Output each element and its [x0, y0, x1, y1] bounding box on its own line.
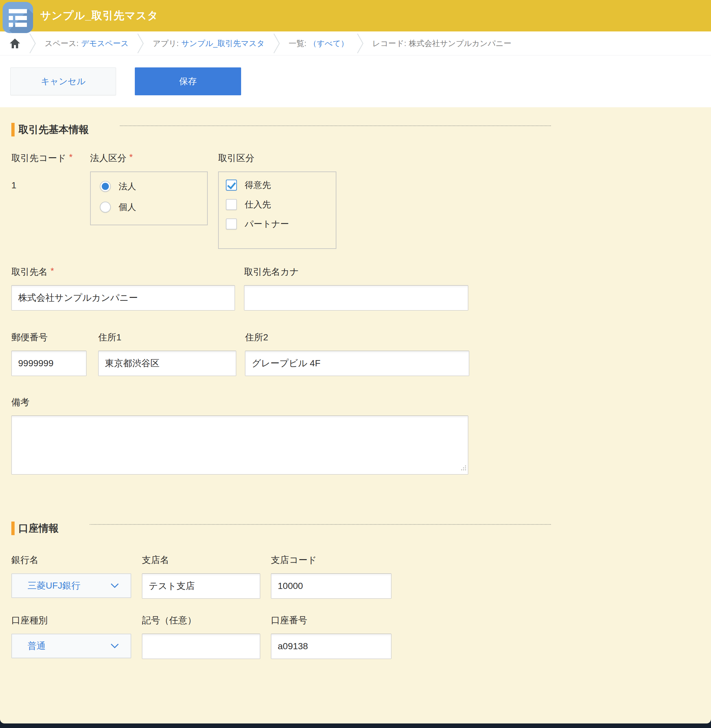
- field-trade-type: 取引区分 得意先 仕入先 パートナー: [218, 153, 336, 249]
- resize-grip-icon[interactable]: [461, 465, 467, 472]
- client-name-kana-label: 取引先名カナ: [244, 266, 468, 278]
- section-basic-title: 取引先基本情報: [18, 123, 89, 136]
- field-branch: 支店名: [142, 555, 260, 599]
- breadcrumb-view-prefix: 一覧:: [289, 38, 307, 49]
- breadcrumb-view: 一覧: （すべて）: [289, 38, 348, 49]
- chevron-down-icon: [111, 583, 119, 588]
- content-wrap: 取引先基本情報 取引先コード* 1 法人区分* 法人: [0, 107, 711, 724]
- branch-input[interactable]: [142, 573, 260, 599]
- field-client-code: 取引先コード* 1: [11, 153, 90, 191]
- field-account-number: 口座番号: [271, 615, 391, 659]
- bank-dropdown[interactable]: 三菱UFJ銀行: [11, 573, 131, 598]
- chevron-separator-icon: [273, 33, 280, 54]
- radio-unselected-icon: [100, 202, 111, 213]
- checkbox-unchecked-icon: [226, 199, 237, 210]
- symbol-input[interactable]: [142, 633, 260, 659]
- record-form: 取引先基本情報 取引先コード* 1 法人区分* 法人: [0, 107, 711, 724]
- radio-option-kojin[interactable]: 個人: [100, 201, 207, 213]
- field-row-4: 銀行名 三菱UFJ銀行 支店名 支店コード: [11, 555, 700, 599]
- checkbox-option-label: 得意先: [245, 179, 271, 191]
- field-row-2: 取引先名* 取引先名カナ: [11, 266, 700, 310]
- branch-code-input[interactable]: [271, 573, 391, 599]
- page: サンプル_取引先マスタ スペース: デモスペース アプリ: サンプル_取引先マス…: [0, 0, 711, 728]
- checkbox-option-shiiresaki[interactable]: 仕入先: [226, 199, 336, 210]
- field-row-3: 郵便番号 住所1 住所2: [11, 332, 700, 376]
- section-account-title: 口座情報: [18, 521, 59, 535]
- address1-input[interactable]: [98, 351, 236, 376]
- checkbox-option-label: パートナー: [245, 218, 289, 230]
- field-zip: 郵便番号: [11, 332, 87, 376]
- breadcrumb-record-label: 株式会社サンプルカンパニー: [409, 38, 512, 49]
- corp-type-label: 法人区分*: [90, 153, 218, 164]
- section-accent-bar: [11, 521, 15, 535]
- breadcrumb-record: レコード: 株式会社サンプルカンパニー: [372, 38, 511, 49]
- bank-label: 銀行名: [11, 555, 131, 566]
- radio-option-label: 個人: [119, 201, 136, 213]
- field-row-5: 口座種別 普通 記号（任意） 口座番号: [11, 615, 700, 659]
- checkbox-option-partner[interactable]: パートナー: [226, 218, 336, 230]
- breadcrumb-space: スペース: デモスペース: [45, 38, 129, 49]
- checkbox-checked-icon: [226, 180, 237, 190]
- app-menu-icon[interactable]: [3, 2, 33, 33]
- field-row-1: 取引先コード* 1 法人区分* 法人 個人: [11, 153, 700, 249]
- zip-label: 郵便番号: [11, 332, 87, 343]
- field-account-type: 口座種別 普通: [11, 615, 131, 658]
- field-symbol: 記号（任意）: [142, 615, 260, 659]
- required-asterisk: *: [129, 152, 133, 162]
- section-dotted-divider: [120, 126, 551, 126]
- home-icon[interactable]: [9, 38, 21, 49]
- address2-input[interactable]: [245, 351, 469, 376]
- zip-input[interactable]: [11, 351, 87, 376]
- list-glyph-icon: [3, 2, 33, 33]
- account-type-label: 口座種別: [11, 615, 131, 626]
- breadcrumb-space-prefix: スペース:: [45, 38, 78, 49]
- breadcrumb-record-prefix: レコード:: [372, 38, 406, 49]
- trade-type-label: 取引区分: [218, 153, 336, 164]
- account-number-label: 口座番号: [271, 615, 391, 626]
- section-dotted-divider: [90, 524, 551, 525]
- note-textarea[interactable]: [11, 415, 468, 474]
- client-name-label: 取引先名*: [11, 266, 235, 278]
- save-button[interactable]: 保存: [135, 67, 241, 95]
- chevron-separator-icon: [137, 33, 144, 54]
- field-row-note: 備考: [11, 397, 700, 474]
- trade-type-checkbox-group: 得意先 仕入先 パートナー: [218, 171, 336, 249]
- symbol-label: 記号（任意）: [142, 615, 260, 626]
- field-client-name-kana: 取引先名カナ: [244, 266, 468, 310]
- client-code-value: 1: [11, 180, 90, 191]
- note-label: 備考: [11, 397, 468, 408]
- page-title: サンプル_取引先マスタ: [40, 0, 158, 31]
- bank-dropdown-value: 三菱UFJ銀行: [28, 580, 80, 592]
- field-branch-code: 支店コード: [271, 555, 391, 599]
- cancel-button[interactable]: キャンセル: [10, 67, 116, 95]
- bottom-strip: [0, 724, 711, 728]
- section-accent-bar: [11, 123, 15, 136]
- client-name-input[interactable]: [11, 285, 235, 310]
- corp-type-radio-group: 法人 個人: [90, 171, 208, 225]
- field-bank: 銀行名 三菱UFJ銀行: [11, 555, 131, 598]
- field-client-name: 取引先名*: [11, 266, 235, 310]
- radio-selected-icon: [100, 181, 111, 192]
- checkbox-option-label: 仕入先: [245, 199, 271, 210]
- account-type-dropdown-value: 普通: [28, 640, 46, 652]
- breadcrumb-space-link[interactable]: デモスペース: [81, 38, 129, 49]
- field-corp-type: 法人区分* 法人 個人: [90, 153, 218, 225]
- client-name-kana-input[interactable]: [244, 285, 468, 310]
- chevron-separator-icon: [29, 33, 36, 54]
- account-type-dropdown[interactable]: 普通: [11, 633, 131, 658]
- account-number-input[interactable]: [271, 633, 391, 659]
- breadcrumb: スペース: デモスペース アプリ: サンプル_取引先マスタ 一覧: （すべて） …: [0, 31, 711, 55]
- breadcrumb-view-link[interactable]: （すべて）: [309, 38, 349, 49]
- chevron-down-icon: [111, 644, 119, 648]
- branch-code-label: 支店コード: [271, 555, 391, 566]
- client-code-label: 取引先コード*: [11, 153, 90, 164]
- branch-label: 支店名: [142, 555, 260, 566]
- breadcrumb-app-link[interactable]: サンプル_取引先マスタ: [181, 38, 265, 49]
- section-basic-header: 取引先基本情報: [11, 123, 700, 136]
- breadcrumb-app: アプリ: サンプル_取引先マスタ: [153, 38, 265, 49]
- address1-label: 住所1: [98, 332, 236, 343]
- checkbox-option-tokuisaki[interactable]: 得意先: [226, 179, 336, 191]
- required-asterisk: *: [69, 152, 72, 162]
- radio-option-houjin[interactable]: 法人: [100, 180, 207, 192]
- section-account-header: 口座情報: [11, 521, 700, 535]
